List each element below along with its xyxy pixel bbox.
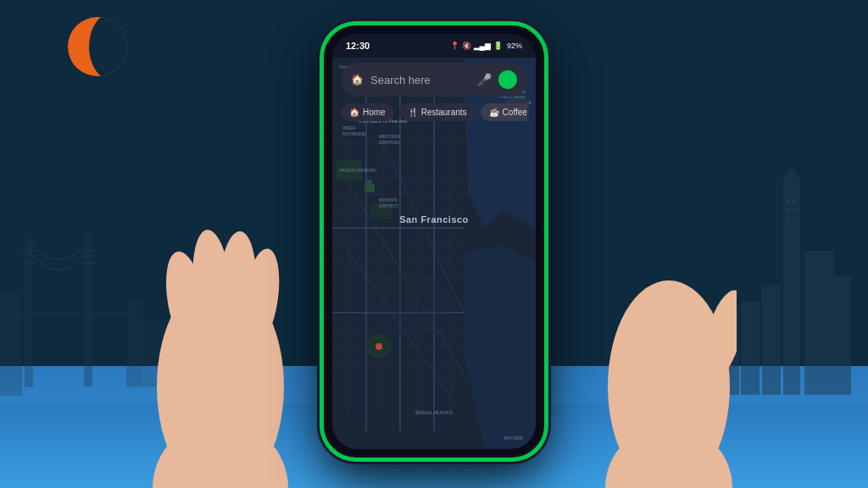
status-time: 12:30 [346,41,370,51]
svg-marker-11 [782,166,802,183]
western-addition-label: WESTERNADDITION [379,134,400,146]
san-francisco-label: San Francisco [399,214,469,225]
chip-home[interactable]: 🏠 Home [341,103,394,121]
battery-status-icon: 🔋 [493,42,503,50]
svg-rect-17 [786,200,789,202]
search-bar[interactable]: 🏠 Search here 🎤 [341,63,527,97]
chip-restaurants[interactable]: 🍴 Restaurants [399,103,476,121]
svg-point-69 [376,343,382,350]
phone-screen: 12:30 📍 🔇 ▂▄▆ 🔋 92% [332,34,536,449]
moon-crescent [68,17,127,76]
svg-rect-1 [85,234,92,386]
status-icons: 📍 🔇 ▂▄▆ 🔋 92% [450,42,522,50]
bernal-heights-label: BERNAL HEIGHTS [415,410,452,415]
mic-icon[interactable]: 🎤 [477,73,492,86]
chip-coffee[interactable]: ☕ Coffee [481,103,527,121]
chips-row: 🏠 Home 🍴 Restaurants ☕ Coffee 🍸 B [341,103,527,121]
status-bar: 12:30 📍 🔇 ▂▄▆ 🔋 92% [332,34,536,58]
svg-rect-68 [367,180,372,184]
svg-rect-15 [817,276,851,395]
hand-left [153,64,288,488]
svg-rect-10 [783,183,800,395]
sound-status-icon: 🔇 [462,42,471,50]
hand-right [601,81,737,488]
home-chip-icon: 🏠 [349,108,359,117]
svg-rect-22 [793,217,796,219]
inner-richmond-label: INNERRICHMOND [342,125,366,137]
phone-device: 12:30 📍 🔇 ▂▄▆ 🔋 92% [324,25,544,458]
svg-rect-18 [793,200,796,202]
profile-dot[interactable] [498,70,517,89]
search-input[interactable]: Search here [370,74,470,86]
svg-rect-8 [127,302,142,386]
bayview-label: BAYVIEW [504,435,523,441]
haight-ashbury-label: HAIGHT-ASHBURY [339,168,376,174]
svg-point-70 [366,270,451,338]
signal-status-icon: ▂▄▆ [474,42,491,50]
svg-rect-21 [786,217,789,219]
svg-rect-20 [793,208,796,211]
svg-rect-13 [762,285,781,395]
restaurants-chip-icon: 🍴 [408,108,418,117]
mission-district-label: MISSIONDISTRICT [379,197,398,208]
svg-rect-67 [364,184,375,192]
chip-restaurants-label: Restaurants [421,108,467,117]
svg-rect-7 [0,293,21,395]
coffee-chip-icon: ☕ [489,108,499,117]
svg-rect-14 [741,302,760,395]
svg-rect-0 [25,234,32,386]
chip-coffee-label: Coffee [503,108,527,117]
search-house-icon: 🏠 [351,74,364,86]
svg-rect-19 [786,208,789,211]
battery-percent: 92% [507,42,522,50]
chip-home-label: Home [363,108,386,117]
moon [68,17,127,76]
location-status-icon: 📍 [450,42,459,50]
